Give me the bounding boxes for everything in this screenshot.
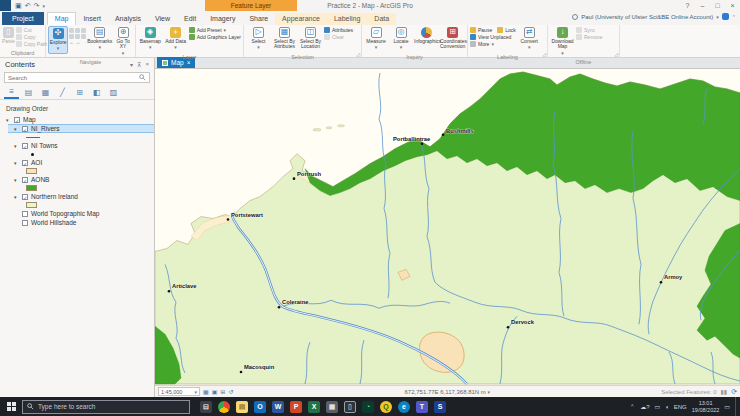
arcgis-pro-icon[interactable]: ◔ [362,401,374,413]
layer-map[interactable]: ▾✓ Map [0,115,154,124]
file-explorer-icon[interactable]: ▤ [236,401,248,413]
maximize-button[interactable]: □ [710,2,725,9]
clear-button[interactable]: Clear [324,34,353,40]
add-graphics-layer-button[interactable]: Add Graphics Layer [189,34,241,40]
minimize-button[interactable]: – [695,2,710,9]
convert-button[interactable]: ⇄ Convert▾ [517,26,542,52]
lock-label-button[interactable]: Lock [497,27,516,33]
tab-edit[interactable]: Edit [177,13,203,25]
account-area[interactable]: Paul (University of Ulster Sci&BE Online… [572,13,736,20]
volume-icon[interactable]: ◖ [665,404,669,410]
refresh-map-icon[interactable]: ⟳ [731,388,737,396]
spss-icon[interactable]: S [434,401,446,413]
previous-extent-icon[interactable]: ↺ [228,388,233,395]
chrome-icon[interactable] [218,401,230,413]
northern-ireland-symbol[interactable] [26,201,154,209]
measure-button[interactable]: ▱ Measure▾ [364,26,388,52]
bookmarks-button[interactable]: ▤ Bookmarks▾ [87,26,112,52]
layer-northern-ireland[interactable]: ▾✓ Northern Ireland [8,192,154,201]
pause-drawing-icon[interactable]: ▮▮ [721,388,728,395]
collapse-ribbon-icon[interactable]: ⌃ [732,14,736,20]
ni-rivers-symbol[interactable] [26,133,154,141]
locate-button[interactable]: ◎ Locate▾ [389,26,413,52]
outlook-icon[interactable]: O [254,401,266,413]
save-icon[interactable]: ▣ [15,2,22,10]
pause-label-button[interactable]: Pause [470,27,492,33]
offline-dialog-launcher-icon[interactable]: ◿ [614,51,618,57]
list-by-drawing-order-icon[interactable]: ≡ [4,86,19,99]
word-icon[interactable]: W [272,401,284,413]
edge-icon[interactable]: e [398,401,410,413]
powerpoint-icon[interactable]: P [290,401,302,413]
select-button[interactable]: ▷ Select▾ [246,26,271,52]
list-by-source-icon[interactable]: ▤ [21,86,36,99]
layer-ni-towns[interactable]: ▾✓ NI Towns [8,141,154,150]
navigation-shortcuts[interactable]: ←→ [69,26,86,45]
notification-center-icon[interactable]: ▭ [724,403,730,410]
taskbar-clock[interactable]: 13:01 19/08/2022 [692,400,720,413]
qgis-icon[interactable]: Q [380,401,392,413]
tab-map[interactable]: Map [47,12,77,25]
undo-icon[interactable]: ↶ [25,2,31,10]
layer-ni-rivers[interactable]: ▾✓ NI_Rivers [8,124,154,133]
list-by-labeling-icon[interactable]: ◧ [89,86,104,99]
explore-button[interactable]: ✣ Explore▾ [48,26,68,54]
tab-insert[interactable]: Insert [76,13,108,25]
more-button[interactable]: More▾ [470,41,516,47]
notifications-icon[interactable] [722,13,729,20]
go-to-xy-button[interactable]: ⊕ Go To XY▾ [113,26,133,57]
paste-button[interactable]: ▯ Paste [2,26,15,45]
scale-dropdown[interactable]: 1:45,000 ▾ [158,387,200,396]
pane-pin-icon[interactable]: ⊼ [137,61,141,68]
back-arrow-icon[interactable]: ← [69,40,74,45]
tab-project[interactable]: Project [2,12,44,25]
add-preset-button[interactable]: Add Preset▾ [189,27,241,33]
aoi-symbol[interactable] [26,167,154,175]
customize-qat-icon[interactable]: ▾ [42,3,45,9]
select-by-location-button[interactable]: ◫ Select By Location [298,26,323,51]
map-canvas[interactable]: Portrush Portstewart Bushmills Portballi… [155,69,740,385]
copy-path-button[interactable]: Copy Path [16,41,47,47]
attributes-button[interactable]: Attributes [324,27,353,33]
list-by-selection-icon[interactable]: ▦ [38,86,53,99]
start-button[interactable] [0,397,22,416]
list-by-perspective-icon[interactable]: ▨ [106,86,121,99]
aonb-symbol[interactable] [26,184,154,192]
infographics-button[interactable]: Infographics [414,26,439,45]
contents-search-input[interactable] [8,75,139,81]
list-by-editing-icon[interactable]: ╱ [55,86,70,99]
add-data-button[interactable]: ＋ Add Data▾ [163,26,187,52]
ni-towns-symbol[interactable] [26,150,154,158]
coordinate-readout[interactable]: 672,751.77E 6,117,368.81N m ▾ [236,389,658,395]
tab-analysis[interactable]: Analysis [108,13,148,25]
your-phone-icon[interactable]: ▯ [344,401,356,413]
selection-dialog-launcher-icon[interactable]: ◿ [356,51,360,57]
tab-share[interactable]: Share [242,13,275,25]
pane-close-icon[interactable]: × [145,61,149,68]
redo-icon[interactable]: ↷ [34,2,40,10]
tab-appearance[interactable]: Appearance [275,13,327,25]
coordinates-conversion-button[interactable]: ⊞ Coordinates Conversion [440,26,465,51]
network-icon[interactable]: ▭ [654,403,660,410]
select-by-attributes-button[interactable]: ▦ Select By Attributes [272,26,297,51]
taskbar-search[interactable]: Type here to search [22,400,190,414]
layer-aoi[interactable]: ▾✓ AOI [8,158,154,167]
language-indicator[interactable]: ENG [674,404,687,410]
help-button[interactable]: ? [680,2,695,9]
basemap-button[interactable]: ◈ Basemap▾ [138,26,162,52]
contents-search-box[interactable] [4,72,150,83]
close-button[interactable]: × [725,2,740,9]
tray-expand-icon[interactable]: ＾ [629,402,635,411]
layer-world-topographic-map[interactable]: ▾ World Topographic Map [8,209,154,218]
teams-icon[interactable]: T [416,401,428,413]
sync-button[interactable]: Sync [576,27,603,33]
tab-view[interactable]: View [148,13,177,25]
view-unplaced-button[interactable]: View Unplaced [470,34,516,40]
onedrive-icon[interactable]: ☁? [640,403,649,410]
snapping-toggle-icon[interactable]: ▦ [203,388,209,395]
copy-button[interactable]: Copy [16,34,47,40]
layer-aonb[interactable]: ▾✓ AONB [8,175,154,184]
tab-labeling[interactable]: Labeling [327,13,367,25]
layer-world-hillshade[interactable]: ▾ World Hillshade [8,218,154,227]
forward-arrow-icon[interactable]: → [75,40,80,45]
